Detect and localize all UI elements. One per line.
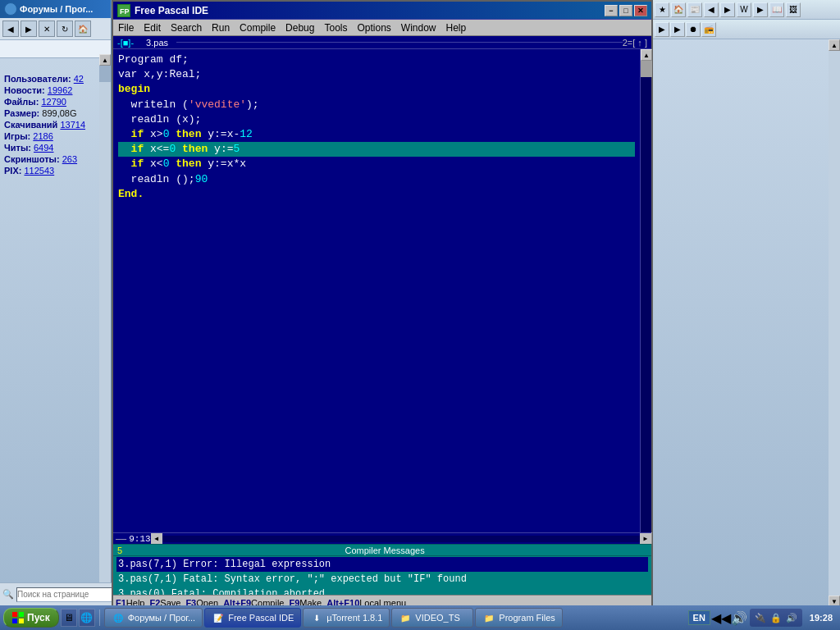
- rt-home-button[interactable]: 🏠: [671, 2, 686, 17]
- start-button[interactable]: Пуск: [3, 608, 59, 628]
- code-line-7: if x<=0 then y:=5: [118, 142, 635, 157]
- language-indicator[interactable]: EN: [688, 610, 710, 625]
- taskbar-btn-forums[interactable]: 🌐 Форумы / Прог...: [104, 608, 203, 628]
- pix-value[interactable]: 112543: [24, 166, 54, 176]
- rt-record-button[interactable]: ⏺: [686, 22, 701, 37]
- menu-tools[interactable]: Tools: [319, 20, 352, 35]
- rt-play1-button[interactable]: ▶: [655, 22, 669, 37]
- ide-taskbar-icon: 📝: [212, 611, 225, 624]
- stop-button[interactable]: ✕: [39, 21, 55, 37]
- users-label: Пользователи:: [4, 74, 71, 84]
- size-value: 899,08G: [42, 108, 76, 118]
- sidebar: Форумы / Прог... ◀ ▶ ✕ ↻ 🏠 Пользователи:…: [0, 0, 112, 607]
- code-line-8: if x<0 then y:=x*x: [118, 157, 635, 171]
- programs-icon: 📁: [482, 611, 495, 624]
- horiz-scroll-right[interactable]: ▶: [640, 533, 651, 545]
- search-input[interactable]: [0, 41, 111, 57]
- taskbar-right: EN ◀◀ 🔊 🔌 🔒 🔊 19:28: [688, 609, 837, 627]
- sidebar-users: Пользователи: 42: [4, 74, 107, 84]
- svg-rect-5: [19, 619, 24, 623]
- ide-menubar: File Edit Search Run Compile Debug Tools…: [113, 20, 651, 36]
- taskbar-btn-ide[interactable]: 📝 Free Pascal IDE: [204, 608, 301, 628]
- menu-options[interactable]: Options: [352, 20, 395, 35]
- back-button[interactable]: ◀: [2, 21, 19, 37]
- screenshots-value[interactable]: 263: [62, 154, 77, 164]
- horiz-scroll-left[interactable]: ◀: [151, 533, 162, 545]
- users-value[interactable]: 42: [74, 74, 84, 84]
- taskbar-btn-video[interactable]: 📁 VIDEO_TS: [391, 608, 473, 628]
- error-message-3[interactable]: 3.pas(0) Fatal: Compilation aborted: [116, 587, 648, 595]
- right-scrollbar-track: [829, 51, 840, 596]
- quicklaunch-ie[interactable]: 🌐: [79, 609, 95, 627]
- refresh-button[interactable]: ↻: [57, 21, 73, 37]
- cheats-label: Читы:: [4, 143, 31, 153]
- downloads-value[interactable]: 13714: [60, 120, 85, 130]
- menu-search[interactable]: Search: [166, 20, 207, 35]
- rt-w-button[interactable]: W: [737, 2, 751, 17]
- minimize-button[interactable]: −: [605, 5, 618, 16]
- tray-network-icon: 🔌: [754, 611, 767, 624]
- svg-rect-2: [12, 612, 17, 617]
- code-line-2: var x,y:Real;: [118, 67, 635, 82]
- menu-compile[interactable]: Compile: [235, 20, 281, 35]
- close-button[interactable]: ✕: [634, 5, 647, 16]
- error-message-1[interactable]: 3.pas(7,1) Error: Illegal expression: [116, 557, 648, 572]
- tray-volume-icon: 🔊: [785, 611, 798, 624]
- menu-run[interactable]: Run: [207, 20, 235, 35]
- sound-btn[interactable]: 🔊: [732, 610, 746, 625]
- rt-arrow3-button[interactable]: ▶: [753, 2, 768, 17]
- compiler-messages: 3.pas(7,1) Error: Illegal expression 3.p…: [113, 556, 651, 595]
- scrollbar-track: [99, 66, 111, 596]
- taskbar-btn-video-label: VIDEO_TS: [415, 613, 459, 623]
- home-button[interactable]: 🏠: [75, 21, 91, 37]
- page-search-input[interactable]: [16, 587, 122, 602]
- tab-right-indicator: 2=[ ↑ ]: [623, 38, 651, 48]
- menu-file[interactable]: File: [113, 20, 139, 35]
- screenshots-label: Скриншоты:: [4, 154, 60, 164]
- menu-edit[interactable]: Edit: [139, 20, 166, 35]
- compiler-panel-title: Compiler Messages: [122, 546, 647, 555]
- video-icon: 📁: [399, 611, 412, 624]
- sidebar-scrollbar: ▲ ▼: [99, 54, 111, 607]
- taskbar-btn-ide-label: Free Pascal IDE: [228, 613, 294, 623]
- rt-play2-button[interactable]: ▶: [670, 22, 685, 37]
- sidebar-games: Игры: 2186: [4, 131, 107, 141]
- rt-arrow2-button[interactable]: ▶: [720, 2, 735, 17]
- news-value[interactable]: 19962: [48, 85, 73, 95]
- rt-pic-button[interactable]: 🖼: [786, 2, 801, 17]
- pix-label: PIX:: [4, 166, 21, 176]
- code-line-10: End.: [118, 187, 635, 202]
- quicklaunch-desktop[interactable]: 🖥: [61, 609, 77, 627]
- games-value[interactable]: 2186: [33, 131, 52, 141]
- menu-debug[interactable]: Debug: [281, 20, 319, 35]
- scrollbar-thumb[interactable]: [99, 66, 111, 82]
- rt-arrow1-button[interactable]: ◀: [704, 2, 719, 17]
- rt-star-button[interactable]: ★: [655, 2, 669, 17]
- maximize-button[interactable]: □: [619, 5, 632, 16]
- cheats-value[interactable]: 6494: [34, 143, 53, 153]
- menu-window[interactable]: Window: [396, 20, 441, 35]
- scroll-up-button[interactable]: ▲: [641, 49, 652, 61]
- forums-icon: 🌐: [112, 611, 125, 624]
- rt-media1-button[interactable]: 📻: [701, 22, 716, 37]
- sidebar-address-bar: [0, 40, 111, 58]
- forward-button[interactable]: ▶: [21, 21, 37, 37]
- error-message-2[interactable]: 3.pas(7,1) Fatal: Syntax error, ";" expe…: [116, 572, 648, 587]
- scroll-up-arrow[interactable]: ▲: [99, 54, 111, 66]
- sidebar-screenshots: Скриншоты: 263: [4, 154, 107, 164]
- rt-feed-button[interactable]: 📰: [687, 2, 702, 17]
- code-editor[interactable]: Program df; var x,y:Real; begin writeln …: [113, 49, 640, 609]
- editor-scrollbar: ▲ ▼: [640, 49, 651, 544]
- right-scrollbar: ▲ ▼: [829, 39, 840, 607]
- menu-help[interactable]: Help: [441, 20, 472, 35]
- files-value[interactable]: 12790: [41, 97, 66, 107]
- scrollbar-thumb[interactable]: [641, 61, 652, 77]
- taskbar-btn-programs[interactable]: 📁 Program Files: [475, 608, 562, 628]
- ide-title-bar: FP Free Pascal IDE − □ ✕: [113, 2, 651, 20]
- tab-indicator: -[■]-: [113, 38, 138, 48]
- page-search-bar: 🔍: [0, 582, 112, 605]
- rt-book-button[interactable]: 📖: [769, 2, 784, 17]
- right-scroll-up[interactable]: ▲: [829, 39, 840, 51]
- taskbar-btn-utorrent[interactable]: ⬇ µTorrent 1.8.1: [303, 608, 390, 628]
- volume-btn[interactable]: ◀◀: [714, 610, 728, 625]
